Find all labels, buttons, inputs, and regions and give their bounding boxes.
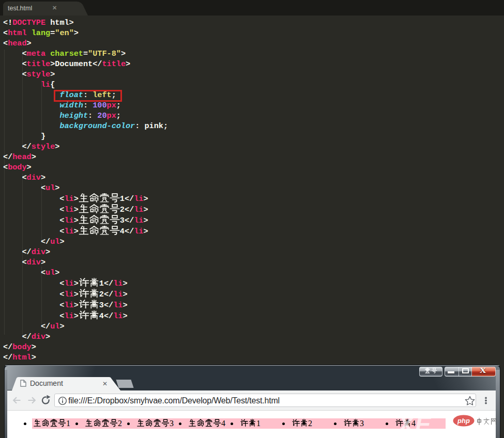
svg-text:php: php xyxy=(457,417,470,425)
